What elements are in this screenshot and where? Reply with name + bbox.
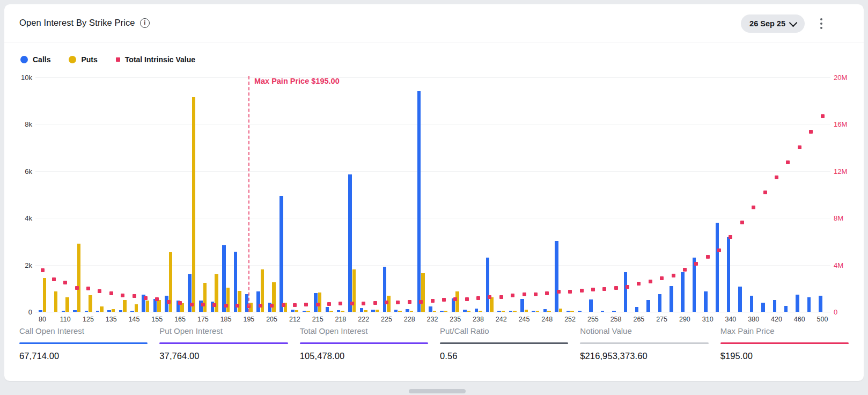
right-axis-tick: 4M bbox=[834, 261, 860, 269]
max-pain-label: Max Pain Price $195.00 bbox=[254, 77, 340, 85]
put-bar bbox=[352, 269, 356, 312]
call-bar bbox=[440, 311, 444, 312]
right-axis-tick: 12M bbox=[834, 167, 860, 175]
x-axis-label: 275 bbox=[650, 316, 674, 323]
left-axis-tick: 4k bbox=[8, 214, 32, 222]
put-bar bbox=[547, 311, 551, 312]
call-bar bbox=[107, 310, 111, 312]
call-bar bbox=[383, 267, 387, 312]
x-axis-label: 265 bbox=[627, 316, 651, 323]
call-bar bbox=[520, 299, 524, 312]
x-axis-label: 460 bbox=[788, 316, 811, 323]
call-bar bbox=[704, 291, 708, 312]
call-bar bbox=[589, 299, 593, 312]
put-bar bbox=[329, 311, 333, 312]
intrinsic-value-point bbox=[706, 255, 710, 259]
call-bar bbox=[394, 310, 398, 312]
intrinsic-value-point bbox=[545, 291, 549, 295]
call-bar bbox=[371, 310, 375, 312]
call-bar bbox=[796, 295, 799, 312]
x-axis-label: 222 bbox=[352, 316, 376, 323]
open-interest-chart[interactable]: 002k4M4k8M6k12M8k16M10k20M80110125135145… bbox=[4, 4, 864, 381]
right-axis-tick: 16M bbox=[834, 120, 860, 128]
call-bar bbox=[681, 272, 685, 312]
call-bar bbox=[509, 311, 513, 312]
call-bar bbox=[165, 296, 168, 312]
call-bar bbox=[291, 310, 295, 312]
call-bar bbox=[784, 306, 788, 312]
horizontal-scrollbar[interactable] bbox=[409, 389, 466, 393]
call-bar bbox=[612, 311, 616, 312]
x-axis-label: 290 bbox=[673, 316, 696, 323]
intrinsic-value-point bbox=[350, 302, 354, 305]
left-axis-tick: 8k bbox=[8, 120, 32, 128]
call-bar bbox=[819, 296, 822, 312]
intrinsic-value-point bbox=[86, 287, 90, 290]
call-bar bbox=[153, 299, 157, 312]
call-bar bbox=[256, 291, 260, 312]
call-bar bbox=[567, 311, 570, 312]
intrinsic-value-point bbox=[591, 288, 595, 291]
stat-put-call-ratio: Put/Call Ratio 0.56 bbox=[440, 326, 568, 361]
right-axis-tick: 20M bbox=[834, 74, 860, 82]
call-bar bbox=[578, 311, 582, 312]
call-bar bbox=[326, 307, 329, 312]
put-bar bbox=[467, 311, 471, 312]
open-interest-card: Open Interest By Strike Price i 26 Sep 2… bbox=[4, 4, 864, 381]
x-axis-label: 212 bbox=[283, 316, 306, 323]
put-bar bbox=[341, 311, 344, 312]
intrinsic-value-point bbox=[775, 175, 778, 179]
call-bar bbox=[807, 297, 811, 312]
intrinsic-value-point bbox=[109, 291, 113, 295]
gridline bbox=[35, 171, 830, 172]
call-bar bbox=[406, 309, 409, 312]
x-axis-label: 258 bbox=[604, 316, 628, 323]
put-bar bbox=[192, 97, 196, 312]
x-axis-label: 225 bbox=[375, 316, 399, 323]
intrinsic-value-point bbox=[304, 303, 308, 306]
x-axis-label: 185 bbox=[214, 316, 238, 323]
call-bar bbox=[337, 310, 341, 312]
put-bar bbox=[559, 309, 563, 312]
put-bar bbox=[502, 311, 505, 312]
intrinsic-value-point bbox=[408, 300, 411, 304]
call-bar bbox=[761, 303, 765, 312]
x-axis-label: 242 bbox=[489, 316, 513, 323]
x-axis-label: 420 bbox=[765, 316, 789, 323]
intrinsic-value-point bbox=[52, 277, 56, 281]
put-bar bbox=[421, 273, 425, 312]
x-axis-line bbox=[35, 312, 830, 312]
intrinsic-value-point bbox=[259, 304, 262, 308]
call-bar bbox=[73, 310, 77, 312]
call-bar bbox=[727, 237, 731, 312]
put-bar bbox=[433, 311, 437, 312]
x-axis-label: 238 bbox=[467, 316, 490, 323]
intrinsic-value-point bbox=[316, 303, 320, 306]
intrinsic-value-point bbox=[717, 248, 721, 252]
stat-notional-value: Notional Value $216,953,373.60 bbox=[580, 326, 708, 361]
intrinsic-value-point bbox=[121, 294, 124, 297]
intrinsic-value-point bbox=[75, 286, 79, 290]
left-axis-tick: 2k bbox=[8, 261, 32, 269]
intrinsic-value-point bbox=[557, 290, 561, 294]
put-bar bbox=[525, 310, 528, 312]
left-axis-tick: 10k bbox=[8, 74, 32, 82]
intrinsic-value-point bbox=[63, 281, 67, 284]
call-bar bbox=[39, 310, 42, 312]
stat-total-open-interest: Total Open Interest 105,478.00 bbox=[300, 326, 428, 361]
put-bar bbox=[570, 311, 574, 312]
call-bar bbox=[750, 296, 754, 312]
call-bar bbox=[624, 272, 628, 312]
left-axis-tick: 6k bbox=[8, 167, 32, 175]
intrinsic-value-point bbox=[339, 302, 342, 305]
put-bar bbox=[398, 311, 402, 312]
intrinsic-value-point bbox=[683, 268, 687, 272]
gridline bbox=[35, 265, 830, 266]
x-axis-label: 500 bbox=[811, 316, 834, 323]
intrinsic-value-point bbox=[442, 298, 446, 302]
intrinsic-value-point bbox=[167, 300, 171, 304]
x-axis-label: 255 bbox=[581, 316, 605, 323]
x-axis-label: 215 bbox=[306, 316, 329, 323]
intrinsic-value-point bbox=[798, 145, 801, 149]
intrinsic-value-point bbox=[511, 294, 514, 297]
